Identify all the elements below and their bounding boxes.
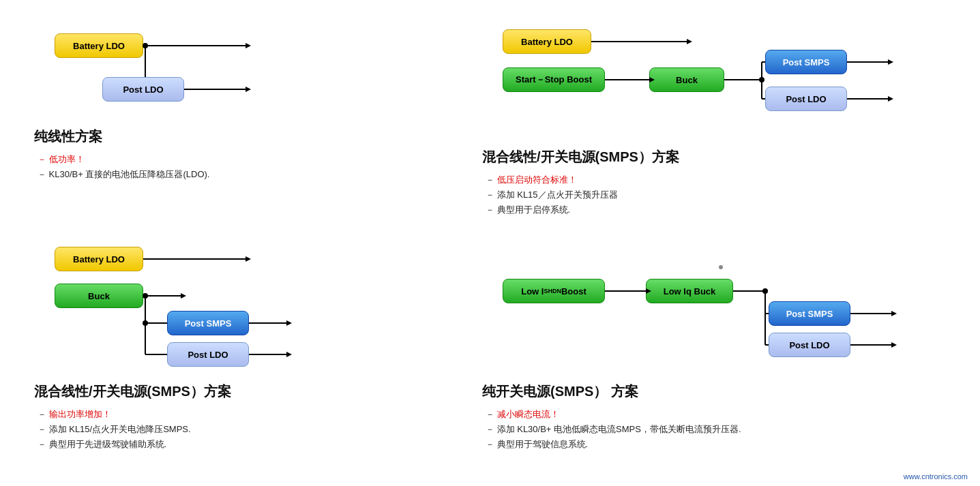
q4-bullet-3: － 典型用于驾驶信息系统. bbox=[486, 437, 946, 452]
q3-description: 混合线性/开关电源(SMPS）方案 － 输出功率增加！ － 添加 KL15/点火… bbox=[34, 380, 455, 452]
q1-arrows bbox=[34, 24, 321, 112]
svg-point-46 bbox=[719, 265, 723, 269]
svg-marker-21 bbox=[246, 256, 251, 262]
q2-title: 混合线性/开关电源(SMPS）方案 bbox=[482, 145, 946, 168]
q1-bullet-1: － 低功率！ bbox=[38, 152, 455, 167]
svg-marker-1 bbox=[246, 43, 251, 48]
q3-arrows bbox=[34, 241, 327, 367]
diagram-area-q4: Low ISHDN Boost Low Iq Buck Post SMPS Po… bbox=[482, 241, 946, 367]
q2-bullet-2: － 添加 KL15／点火开关预升压器 bbox=[486, 187, 946, 202]
q4-bullet-1: － 减小瞬态电流！ bbox=[486, 407, 946, 422]
q3-bullet-3: － 典型用于先进级驾驶辅助系统. bbox=[38, 437, 455, 452]
q1-description: 纯线性方案 － 低功率！ － KL30/B+ 直接的电池低压降稳压器(LDO). bbox=[34, 125, 455, 182]
q4-title: 纯开关电源(SMPS） 方案 bbox=[482, 380, 946, 403]
q2-bullet-3: － 典型用于启停系统. bbox=[486, 202, 946, 217]
q2-bullet-1: － 低压启动符合标准！ bbox=[486, 172, 946, 187]
svg-marker-5 bbox=[246, 87, 251, 92]
svg-marker-33 bbox=[286, 352, 292, 357]
q1-title: 纯线性方案 bbox=[34, 125, 455, 148]
svg-marker-23 bbox=[181, 293, 186, 299]
quadrant-1: Battery LDO Post LDO 纯线性方案 bbox=[20, 14, 469, 231]
q3-bullet-2: － 添加 KL15/点火开关电池降压SMPS. bbox=[38, 422, 455, 437]
q3-title: 混合线性/开关电源(SMPS）方案 bbox=[34, 380, 455, 403]
q2-description: 混合线性/开关电源(SMPS）方案 － 低压启动符合标准！ － 添加 KL15／… bbox=[482, 145, 946, 217]
diagram-area-q3: Battery LDO Buck Post SMPS Post LDO bbox=[34, 241, 455, 367]
svg-marker-35 bbox=[646, 288, 651, 294]
svg-marker-17 bbox=[888, 59, 893, 65]
watermark: www.cntronics.com bbox=[904, 472, 968, 481]
svg-marker-19 bbox=[888, 96, 893, 102]
q4-arrows bbox=[482, 241, 946, 367]
svg-marker-7 bbox=[687, 39, 692, 44]
svg-marker-9 bbox=[649, 77, 655, 82]
svg-marker-45 bbox=[891, 342, 897, 348]
q4-description: 纯开关电源(SMPS） 方案 － 减小瞬态电流！ － 添加 KL30/B+ 电池… bbox=[482, 380, 946, 452]
q2-arrows bbox=[482, 24, 946, 133]
quadrant-3: Battery LDO Buck Post SMPS Post LDO bbox=[20, 231, 469, 466]
page-container: Battery LDO Post LDO 纯线性方案 bbox=[0, 0, 980, 480]
svg-marker-43 bbox=[891, 311, 897, 316]
q3-bullet-1: － 输出功率增加！ bbox=[38, 407, 455, 422]
q4-bullet-2: － 添加 KL30/B+ 电池低瞬态电流SMPS，带低关断电流预升压器. bbox=[486, 422, 946, 437]
diagram-area-q2: Battery LDO Start－Stop Boost Buck Post S… bbox=[482, 24, 946, 133]
quadrant-4: Low ISHDN Boost Low Iq Buck Post SMPS Po… bbox=[469, 231, 960, 466]
svg-marker-31 bbox=[286, 320, 292, 326]
diagram-area-q1: Battery LDO Post LDO bbox=[34, 24, 455, 112]
q1-bullet-2: － KL30/B+ 直接的电池低压降稳压器(LDO). bbox=[38, 167, 455, 182]
quadrant-2: Battery LDO Start－Stop Boost Buck Post S… bbox=[469, 14, 960, 231]
